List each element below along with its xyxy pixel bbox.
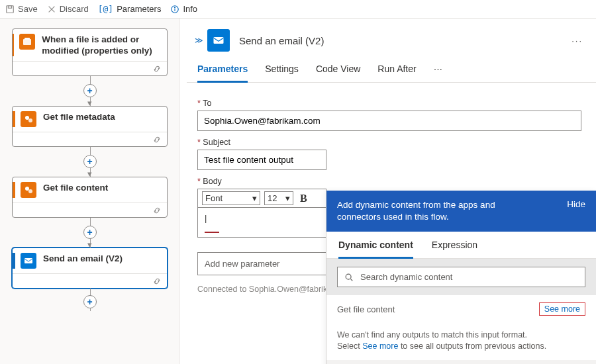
chevron-down-icon: ▾ <box>285 193 290 203</box>
svg-point-11 <box>25 187 29 191</box>
close-icon <box>47 5 56 14</box>
add-parameter-button[interactable]: Add new parameter <box>197 252 326 275</box>
body-label: Body <box>197 177 581 186</box>
parameters-label: Parameters <box>117 4 161 14</box>
step-title: Get file metadata <box>43 111 115 122</box>
connector: + ▾ <box>12 218 168 248</box>
to-input[interactable] <box>197 111 581 131</box>
save-icon <box>5 5 15 14</box>
text-cursor: | <box>205 213 207 223</box>
top-toolbar: Save Discard [@] Parameters Info <box>0 0 596 19</box>
add-step-button[interactable]: + <box>83 295 97 308</box>
tab-runafter[interactable]: Run After <box>377 64 416 82</box>
svg-point-12 <box>28 189 32 193</box>
accent-bar <box>13 253 15 269</box>
accent-bar <box>13 34 14 56</box>
connector: + ▾ <box>12 147 168 177</box>
tab-more-button[interactable]: ··· <box>434 64 442 82</box>
dynamic-search-input[interactable]: Search dynamic content <box>337 267 585 287</box>
dynamic-empty-message: We can't find any outputs to match this … <box>326 323 596 360</box>
to-label: To <box>197 99 581 108</box>
tab-settings[interactable]: Settings <box>265 64 299 82</box>
svg-point-9 <box>25 116 29 120</box>
body-editor-toolbar: Font ▾ 12 ▾ B <box>197 189 326 207</box>
svg-rect-7 <box>23 39 31 45</box>
link-icon <box>152 135 162 144</box>
step-get-file-metadata[interactable]: Get file metadata <box>12 106 168 147</box>
dynamic-group-file-added: When a file is added or updated See more <box>326 360 596 364</box>
sharepoint-icon <box>21 182 36 198</box>
svg-rect-8 <box>25 38 30 40</box>
link-icon <box>152 277 162 286</box>
group-label: Get file content <box>337 304 395 314</box>
subject-label: Subject <box>197 138 581 147</box>
info-icon <box>170 5 179 14</box>
discard-label: Discard <box>60 4 89 14</box>
arrow-down-icon: ▾ <box>87 98 92 108</box>
svg-rect-0 <box>7 5 14 13</box>
dynamic-group-file-content: Get file content See more <box>326 295 596 323</box>
step-send-email[interactable]: Send an email (V2) <box>12 248 168 289</box>
dynamic-content-panel: Add dynamic content from the apps and co… <box>326 191 596 364</box>
dynamic-banner-text: Add dynamic content from the apps and co… <box>337 199 536 223</box>
font-size-value: 12 <box>268 193 277 203</box>
connector: + ▾ <box>12 76 168 106</box>
sharepoint-icon <box>21 111 36 127</box>
parameters-icon: [@] <box>98 4 113 14</box>
font-size-select[interactable]: 12 ▾ <box>264 191 293 205</box>
svg-point-6 <box>175 7 175 7</box>
tab-parameters[interactable]: Parameters <box>197 64 248 83</box>
link-icon <box>152 206 162 215</box>
arrow-down-icon: ▾ <box>87 240 92 250</box>
arrow-down-icon: ▾ <box>87 169 92 179</box>
discard-button[interactable]: Discard <box>47 4 89 14</box>
font-value: Font <box>205 193 223 203</box>
save-label: Save <box>18 4 38 14</box>
step-trigger-file-added[interactable]: When a file is added or modified (proper… <box>12 28 168 76</box>
accent-bar <box>13 182 15 198</box>
dynamic-banner: Add dynamic content from the apps and co… <box>326 191 596 232</box>
search-placeholder: Search dynamic content <box>360 272 452 282</box>
parameters-button[interactable]: [@] Parameters <box>98 4 162 14</box>
outlook-icon <box>21 253 36 269</box>
svg-rect-14 <box>214 37 224 44</box>
add-step-button[interactable]: + <box>83 84 97 97</box>
link-icon <box>152 64 162 73</box>
sharepoint-icon <box>19 34 35 50</box>
see-more-link[interactable]: See more <box>362 341 398 351</box>
step-title: When a file is added or modified (proper… <box>42 34 162 56</box>
svg-rect-1 <box>8 5 11 8</box>
dynamic-tabs: Dynamic content Expression <box>326 232 596 259</box>
tab-dynamic-content[interactable]: Dynamic content <box>338 240 413 259</box>
step-title: Send an email (V2) <box>43 253 123 264</box>
connector: + <box>12 289 168 311</box>
info-label: Info <box>183 4 197 14</box>
add-step-button[interactable]: + <box>83 155 97 168</box>
bold-button[interactable]: B <box>297 193 310 205</box>
tab-expression[interactable]: Expression <box>432 240 477 258</box>
action-tabs: Parameters Settings Code View Run After … <box>187 54 596 83</box>
collapse-icon[interactable]: ≫ <box>195 36 203 45</box>
subject-input[interactable] <box>197 150 326 170</box>
hide-dynamic-button[interactable]: Hide <box>567 199 585 209</box>
svg-rect-13 <box>25 258 32 263</box>
search-icon <box>344 273 354 282</box>
step-get-file-content[interactable]: Get file content <box>12 177 168 218</box>
action-detail-panel: ≫ Send an email (V2) ··· Parameters Sett… <box>180 19 596 364</box>
svg-point-10 <box>28 118 32 122</box>
action-title: Send an email (V2) <box>239 35 324 46</box>
info-button[interactable]: Info <box>170 4 197 14</box>
add-step-button[interactable]: + <box>83 226 97 239</box>
svg-line-16 <box>351 279 353 281</box>
chevron-down-icon: ▾ <box>252 193 257 203</box>
tab-codeview[interactable]: Code View <box>316 64 360 82</box>
svg-point-15 <box>346 274 351 279</box>
save-button[interactable]: Save <box>5 4 38 14</box>
body-editor[interactable]: | <box>197 207 326 238</box>
spellcheck-underline <box>205 232 219 233</box>
see-more-button[interactable]: See more <box>539 302 585 316</box>
accent-bar <box>13 111 15 127</box>
font-select[interactable]: Font ▾ <box>202 191 260 205</box>
more-menu-button[interactable]: ··· <box>571 36 583 46</box>
flow-steps-column: When a file is added or modified (proper… <box>0 19 180 364</box>
